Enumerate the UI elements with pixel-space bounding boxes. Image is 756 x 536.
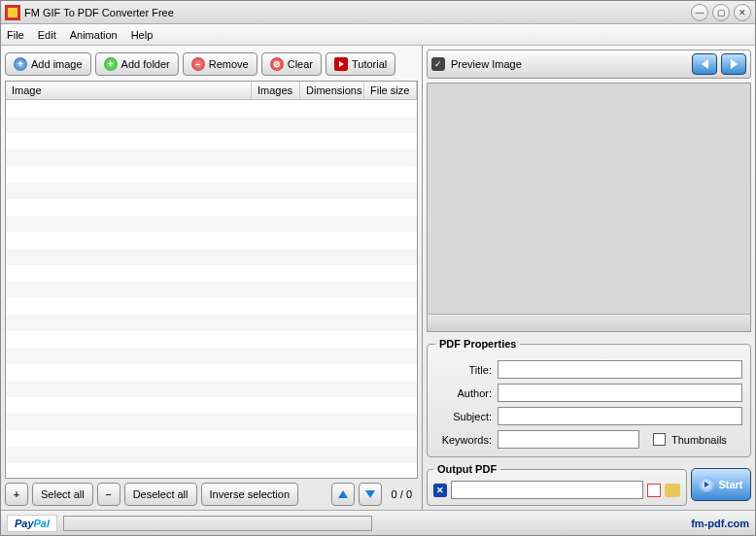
- folder-plus-icon: +: [104, 57, 118, 71]
- progress-bar: [63, 516, 372, 531]
- menubar: File Edit Animation Help: [1, 24, 755, 46]
- prev-image-button[interactable]: [692, 53, 717, 75]
- select-all-button[interactable]: Select all: [32, 483, 93, 506]
- deselect-all-button[interactable]: Deselect all: [124, 483, 197, 506]
- author-label: Author:: [435, 387, 492, 399]
- uncheck-all-icon-button[interactable]: –: [97, 483, 120, 506]
- col-image[interactable]: Image: [6, 82, 252, 99]
- move-down-button[interactable]: [359, 483, 382, 506]
- no-entry-icon: ⊘: [270, 57, 284, 71]
- website-link[interactable]: fm-pdf.com: [691, 518, 749, 529]
- start-button[interactable]: Start: [691, 468, 751, 501]
- plus-small-icon: +: [14, 488, 19, 500]
- minus-icon: –: [191, 57, 205, 71]
- check-all-icon-button[interactable]: +: [5, 483, 28, 506]
- pdf-file-icon[interactable]: [647, 484, 661, 497]
- menu-animation[interactable]: Animation: [70, 29, 118, 41]
- clear-path-icon[interactable]: ✕: [433, 484, 447, 497]
- output-pdf-group: Output PDF ✕: [427, 463, 687, 506]
- title-label: Title:: [435, 364, 492, 376]
- move-up-button[interactable]: [331, 483, 355, 506]
- selection-toolbar: + Select all – Deselect all Inverse sele…: [5, 479, 418, 506]
- add-folder-label: Add folder: [121, 58, 170, 70]
- table-header: Image Images Dimensions File size: [6, 82, 417, 100]
- maximize-button[interactable]: ▢: [712, 4, 730, 21]
- inverse-selection-button[interactable]: Inverse selection: [201, 483, 299, 506]
- minimize-button[interactable]: —: [691, 4, 708, 21]
- add-image-label: Add image: [31, 58, 83, 70]
- arrow-up-icon: [338, 490, 348, 498]
- item-counter: 0 / 0: [386, 488, 418, 500]
- tutorial-label: Tutorial: [352, 58, 387, 70]
- col-dimensions[interactable]: Dimensions: [300, 82, 364, 99]
- arrow-down-icon: [365, 490, 375, 498]
- arrow-left-icon: [702, 59, 708, 69]
- preview-panel: [427, 83, 751, 332]
- browse-folder-icon[interactable]: [665, 484, 680, 497]
- pdf-properties-group: PDF Properties Title: Author: Subject: K…: [427, 338, 751, 457]
- left-pane: +Add image +Add folder –Remove ⊘Clear Tu…: [1, 46, 423, 510]
- remove-label: Remove: [209, 58, 249, 70]
- keywords-input[interactable]: [498, 430, 639, 449]
- app-icon: [5, 5, 20, 20]
- subject-input[interactable]: [498, 407, 742, 425]
- author-input[interactable]: [498, 384, 742, 402]
- arrow-right-icon: [731, 59, 738, 69]
- main-toolbar: +Add image +Add folder –Remove ⊘Clear Tu…: [5, 50, 418, 79]
- preview-checkbox[interactable]: [431, 57, 445, 71]
- title-input[interactable]: [498, 360, 742, 379]
- add-folder-button[interactable]: +Add folder: [95, 52, 179, 76]
- start-label: Start: [718, 479, 742, 490]
- play-icon: [334, 57, 348, 71]
- close-button[interactable]: ✕: [734, 4, 751, 21]
- titlebar: FM GIF To PDF Converter Free — ▢ ✕: [1, 1, 755, 24]
- keywords-label: Keywords:: [435, 434, 492, 446]
- plus-icon: +: [14, 57, 27, 71]
- add-image-button[interactable]: +Add image: [5, 52, 91, 76]
- svg-rect-1: [8, 8, 17, 17]
- preview-footer: [428, 314, 750, 331]
- thumbnails-label: Thumbnails: [671, 434, 727, 446]
- window-title: FM GIF To PDF Converter Free: [24, 7, 691, 18]
- preview-label: Preview Image: [451, 58, 522, 70]
- clear-button[interactable]: ⊘Clear: [261, 52, 322, 76]
- output-path-input[interactable]: [451, 481, 643, 499]
- minus-small-icon: –: [106, 488, 112, 500]
- clear-label: Clear: [288, 58, 313, 70]
- pdf-properties-legend: PDF Properties: [435, 338, 520, 350]
- paypal-button[interactable]: PayPal: [7, 515, 57, 532]
- thumbnails-checkbox[interactable]: [653, 433, 666, 446]
- subject-label: Subject:: [435, 411, 492, 422]
- right-pane: Preview Image PDF Properties Title: Auth…: [423, 46, 755, 510]
- statusbar: PayPal fm-pdf.com: [1, 510, 755, 535]
- col-images[interactable]: Images: [252, 82, 300, 99]
- image-table: Image Images Dimensions File size: [5, 81, 418, 479]
- menu-help[interactable]: Help: [131, 29, 154, 41]
- menu-file[interactable]: File: [7, 29, 24, 41]
- tutorial-button[interactable]: Tutorial: [326, 52, 395, 76]
- col-filesize[interactable]: File size: [364, 82, 417, 99]
- output-legend: Output PDF: [433, 463, 500, 475]
- remove-button[interactable]: –Remove: [183, 52, 258, 76]
- next-image-button[interactable]: [721, 53, 746, 75]
- table-body[interactable]: [6, 100, 417, 478]
- preview-header: Preview Image: [427, 50, 751, 79]
- start-play-icon: [699, 477, 714, 492]
- menu-edit[interactable]: Edit: [38, 29, 56, 41]
